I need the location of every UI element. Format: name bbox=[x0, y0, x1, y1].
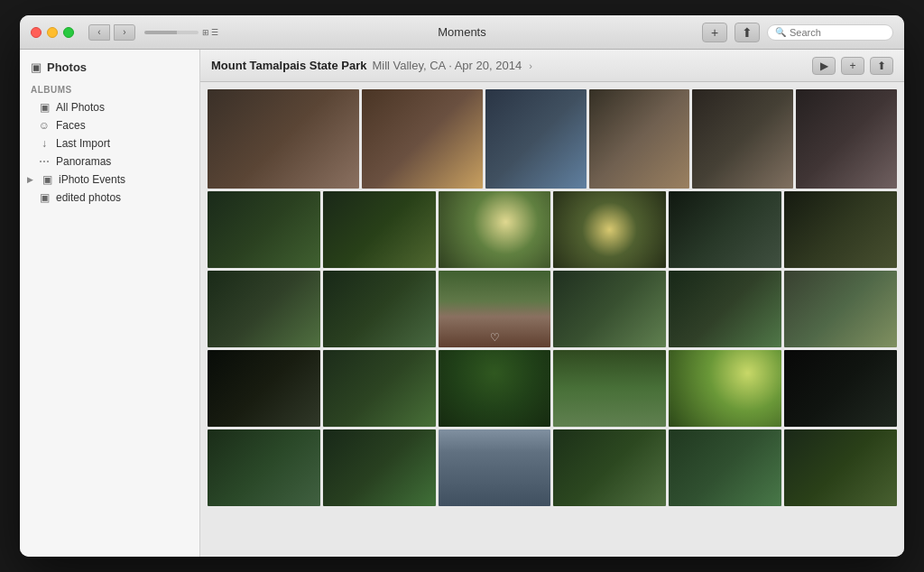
photo-dark2[interactable] bbox=[784, 191, 897, 268]
back-button[interactable]: ‹ bbox=[88, 24, 110, 41]
search-input[interactable] bbox=[790, 27, 885, 38]
sidebar-item-all-photos[interactable]: ▣ All Photos bbox=[20, 98, 199, 116]
photo-pine3[interactable] bbox=[553, 429, 666, 506]
sidebar-item-edited-photos[interactable]: ▣ edited photos bbox=[20, 189, 199, 207]
photo-row-3: ♡ bbox=[208, 271, 897, 347]
sidebar: ▣ Photos Albums ▣ All Photos ☺ Faces ↓ L… bbox=[20, 50, 200, 557]
titlebar-actions: + ⬆ 🔍 bbox=[702, 23, 893, 42]
minimize-button[interactable] bbox=[47, 27, 58, 38]
window-title: Moments bbox=[438, 25, 485, 39]
photo-path1[interactable]: ♡ bbox=[439, 271, 551, 347]
photo-row-4 bbox=[208, 350, 897, 427]
last-import-icon: ↓ bbox=[38, 137, 51, 150]
albums-section-label: Albums bbox=[20, 81, 199, 98]
sidebar-item-faces[interactable]: ☺ Faces bbox=[20, 116, 199, 134]
photo-fern2[interactable] bbox=[784, 429, 897, 506]
sidebar-item-iphoto-events[interactable]: ▶ ▣ iPhoto Events bbox=[20, 171, 199, 189]
photo-deck1[interactable] bbox=[692, 89, 793, 189]
location-title: Mount Tamalpais State Park bbox=[211, 59, 366, 72]
photo-bear1[interactable] bbox=[208, 89, 359, 189]
main-share-button[interactable]: ⬆ bbox=[870, 57, 893, 75]
grid-icon: ⊞ bbox=[202, 28, 209, 37]
sidebar-item-label-last-import: Last Import bbox=[56, 137, 110, 150]
photo-seed1[interactable] bbox=[439, 350, 551, 427]
main-content: Mount Tamalpais State Park Mill Valley, … bbox=[200, 50, 904, 557]
list-icon: ☰ bbox=[211, 28, 218, 37]
photo-bench1[interactable] bbox=[485, 89, 587, 189]
sidebar-item-label-faces: Faces bbox=[56, 119, 86, 132]
sidebar-title: Photos bbox=[47, 60, 87, 74]
photo-plant2[interactable] bbox=[323, 271, 436, 347]
iphoto-events-icon: ▣ bbox=[41, 173, 53, 186]
share-button[interactable]: ⬆ bbox=[735, 23, 760, 42]
sidebar-header: ▣ Photos bbox=[20, 57, 199, 81]
photo-green1[interactable] bbox=[553, 271, 666, 347]
photo-light1[interactable] bbox=[784, 271, 897, 347]
photo-pine2[interactable] bbox=[323, 429, 436, 506]
photo-bench2[interactable] bbox=[589, 89, 690, 189]
nav-buttons: ‹ › bbox=[88, 24, 135, 41]
app-window: ‹ › ⊞ ☰ Moments + ⬆ 🔍 ▣ Photos bbox=[20, 15, 904, 557]
content-area: ▣ Photos Albums ▣ All Photos ☺ Faces ↓ L… bbox=[20, 50, 904, 557]
slider-track[interactable] bbox=[144, 31, 199, 34]
main-toolbar-actions: ▶ + ⬆ bbox=[812, 57, 893, 75]
search-bar: 🔍 bbox=[767, 24, 893, 41]
photo-pine1[interactable] bbox=[208, 429, 320, 506]
photo-mist1[interactable] bbox=[439, 429, 551, 506]
photo-sun1[interactable] bbox=[439, 191, 551, 268]
main-toolbar: Mount Tamalpais State Park Mill Valley, … bbox=[200, 50, 904, 82]
all-photos-icon: ▣ bbox=[38, 101, 51, 114]
search-icon: 🔍 bbox=[775, 27, 786, 37]
photo-forest1[interactable] bbox=[208, 191, 320, 268]
photo-dark1[interactable] bbox=[669, 191, 781, 268]
sidebar-item-label-all-photos: All Photos bbox=[56, 101, 105, 114]
faces-icon: ☺ bbox=[38, 119, 51, 132]
photo-forest2[interactable] bbox=[323, 191, 436, 268]
photo-green2[interactable] bbox=[669, 271, 781, 347]
edited-photos-icon: ▣ bbox=[38, 191, 51, 204]
photo-row-5 bbox=[208, 429, 897, 506]
photos-icon: ▣ bbox=[31, 60, 42, 74]
play-button[interactable]: ▶ bbox=[812, 57, 836, 75]
titlebar: ‹ › ⊞ ☰ Moments + ⬆ 🔍 bbox=[20, 15, 904, 50]
traffic-lights bbox=[31, 27, 74, 38]
sidebar-item-label-panoramas: Panoramas bbox=[56, 155, 111, 168]
sidebar-item-panoramas[interactable]: ⋯ Panoramas bbox=[20, 152, 199, 171]
forward-button[interactable]: › bbox=[114, 24, 135, 41]
location-detail: Mill Valley, CA · Apr 20, 2014 bbox=[372, 59, 522, 72]
panoramas-icon: ⋯ bbox=[38, 155, 51, 168]
main-add-button[interactable]: + bbox=[841, 57, 864, 75]
photo-bear2[interactable] bbox=[362, 89, 483, 189]
photo-fern1[interactable] bbox=[323, 350, 436, 427]
photo-grass1[interactable] bbox=[553, 350, 666, 427]
add-button[interactable]: + bbox=[702, 23, 727, 42]
sidebar-item-label-iphoto-events: iPhoto Events bbox=[59, 173, 125, 186]
photo-row-2 bbox=[208, 191, 897, 268]
sidebar-item-label-edited-photos: edited photos bbox=[56, 191, 121, 204]
zoom-slider: ⊞ ☰ bbox=[144, 28, 218, 37]
location-chevron: › bbox=[529, 60, 532, 71]
photo-deck2[interactable] bbox=[796, 89, 897, 189]
photo-row-1 bbox=[208, 89, 897, 189]
photo-plant1[interactable] bbox=[208, 271, 320, 347]
close-button[interactable] bbox=[31, 27, 42, 38]
maximize-button[interactable] bbox=[63, 27, 74, 38]
photo-needle1[interactable] bbox=[669, 429, 781, 506]
photo-sun2[interactable] bbox=[553, 191, 666, 268]
heart-icon: ♡ bbox=[490, 331, 500, 344]
disclosure-icon: ▶ bbox=[27, 175, 33, 184]
photo-dark3[interactable] bbox=[208, 350, 320, 427]
sidebar-item-last-import[interactable]: ↓ Last Import bbox=[20, 134, 199, 152]
photo-night1[interactable] bbox=[784, 350, 897, 427]
photo-bright1[interactable] bbox=[669, 350, 781, 427]
photo-grid: ♡ bbox=[200, 82, 904, 557]
